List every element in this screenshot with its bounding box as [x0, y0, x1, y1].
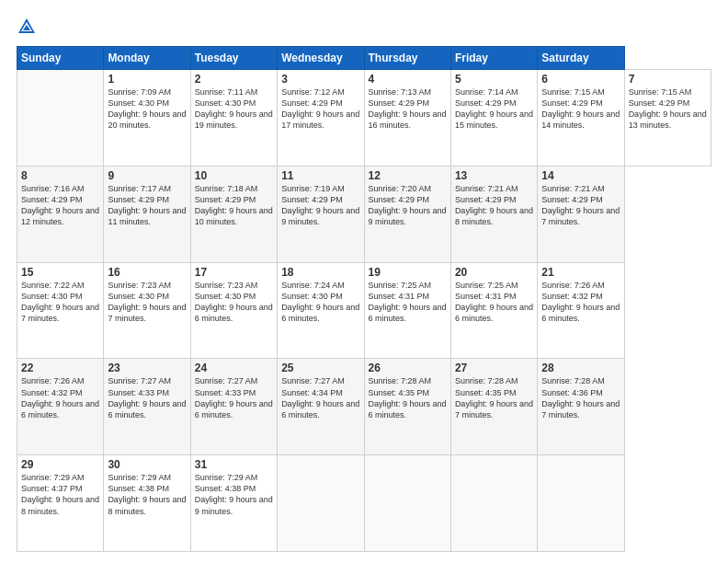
calendar-table: SundayMondayTuesdayWednesdayThursdayFrid…: [17, 46, 711, 552]
calendar-page: SundayMondayTuesdayWednesdayThursdayFrid…: [0, 0, 728, 563]
day-number: 15: [21, 266, 99, 279]
table-row: 1Sunrise: 7:09 AMSunset: 4:30 PMDaylight…: [104, 70, 190, 167]
day-content: Sunrise: 7:26 AMSunset: 4:32 PMDaylight:…: [21, 375, 99, 420]
day-content: Sunrise: 7:22 AMSunset: 4:30 PMDaylight:…: [21, 280, 99, 325]
table-row: 21Sunrise: 7:26 AMSunset: 4:32 PMDayligh…: [538, 262, 624, 359]
table-row: 30Sunrise: 7:29 AMSunset: 4:38 PMDayligh…: [104, 455, 190, 552]
table-row: 4Sunrise: 7:13 AMSunset: 4:29 PMDaylight…: [364, 70, 450, 167]
day-number: 24: [195, 362, 273, 374]
day-content: Sunrise: 7:16 AMSunset: 4:29 PMDaylight:…: [21, 183, 99, 228]
day-content: Sunrise: 7:20 AMSunset: 4:29 PMDaylight:…: [369, 183, 447, 228]
day-content: Sunrise: 7:15 AMSunset: 4:29 PMDaylight:…: [629, 86, 707, 132]
table-row: 27Sunrise: 7:28 AMSunset: 4:35 PMDayligh…: [450, 359, 537, 455]
day-content: Sunrise: 7:12 AMSunset: 4:29 PMDaylight:…: [281, 86, 359, 132]
empty-cell: [17, 70, 104, 167]
day-number: 1: [108, 73, 186, 86]
day-content: Sunrise: 7:29 AMSunset: 4:38 PMDaylight:…: [195, 472, 273, 517]
day-content: Sunrise: 7:18 AMSunset: 4:29 PMDaylight:…: [195, 183, 273, 228]
table-row: 28Sunrise: 7:28 AMSunset: 4:36 PMDayligh…: [538, 359, 624, 455]
day-number: 25: [281, 362, 359, 374]
day-number: 26: [369, 362, 447, 374]
day-content: Sunrise: 7:13 AMSunset: 4:29 PMDaylight:…: [369, 86, 447, 132]
day-number: 27: [455, 362, 533, 374]
table-row: 5Sunrise: 7:14 AMSunset: 4:29 PMDaylight…: [450, 70, 537, 167]
table-row: 24Sunrise: 7:27 AMSunset: 4:33 PMDayligh…: [190, 359, 277, 455]
day-number: 8: [21, 169, 99, 182]
table-row: [450, 455, 537, 552]
table-row: 2Sunrise: 7:11 AMSunset: 4:30 PMDaylight…: [190, 70, 277, 167]
column-header-sunday: Sunday: [17, 47, 104, 70]
table-row: [364, 455, 450, 552]
day-content: Sunrise: 7:28 AMSunset: 4:35 PMDaylight:…: [369, 375, 447, 420]
day-number: 14: [541, 169, 620, 182]
day-content: Sunrise: 7:27 AMSunset: 4:33 PMDaylight:…: [108, 375, 186, 420]
table-row: 18Sunrise: 7:24 AMSunset: 4:30 PMDayligh…: [278, 262, 364, 359]
day-number: 31: [195, 458, 273, 471]
day-number: 17: [195, 266, 273, 279]
day-number: 18: [281, 266, 359, 279]
day-content: Sunrise: 7:29 AMSunset: 4:38 PMDaylight:…: [108, 472, 186, 517]
day-number: 19: [369, 266, 447, 279]
day-number: 16: [108, 266, 186, 279]
day-content: Sunrise: 7:21 AMSunset: 4:29 PMDaylight:…: [541, 183, 620, 228]
day-number: 5: [455, 73, 533, 86]
column-header-monday: Monday: [104, 47, 190, 70]
column-header-thursday: Thursday: [364, 47, 450, 70]
table-row: [278, 455, 364, 552]
day-content: Sunrise: 7:15 AMSunset: 4:29 PMDaylight:…: [541, 86, 620, 132]
day-content: Sunrise: 7:27 AMSunset: 4:34 PMDaylight:…: [281, 375, 359, 420]
day-content: Sunrise: 7:25 AMSunset: 4:31 PMDaylight:…: [455, 280, 533, 325]
table-row: 23Sunrise: 7:27 AMSunset: 4:33 PMDayligh…: [104, 359, 190, 455]
day-content: Sunrise: 7:09 AMSunset: 4:30 PMDaylight:…: [108, 86, 186, 132]
table-row: 12Sunrise: 7:20 AMSunset: 4:29 PMDayligh…: [364, 166, 450, 262]
day-number: 29: [21, 458, 99, 471]
day-number: 12: [369, 169, 447, 182]
table-row: 29Sunrise: 7:29 AMSunset: 4:37 PMDayligh…: [17, 455, 104, 552]
day-number: 20: [455, 266, 533, 279]
day-number: 28: [541, 362, 620, 374]
day-content: Sunrise: 7:11 AMSunset: 4:30 PMDaylight:…: [195, 86, 273, 132]
table-row: 10Sunrise: 7:18 AMSunset: 4:29 PMDayligh…: [190, 166, 277, 262]
table-row: 15Sunrise: 7:22 AMSunset: 4:30 PMDayligh…: [17, 262, 104, 359]
logo: [17, 17, 39, 37]
day-number: 7: [629, 73, 707, 86]
column-header-friday: Friday: [450, 47, 537, 70]
day-number: 11: [281, 169, 359, 182]
day-number: 6: [541, 73, 620, 86]
column-header-wednesday: Wednesday: [278, 47, 364, 70]
day-number: 2: [195, 73, 273, 86]
day-content: Sunrise: 7:17 AMSunset: 4:29 PMDaylight:…: [108, 183, 186, 228]
day-content: Sunrise: 7:23 AMSunset: 4:30 PMDaylight:…: [108, 280, 186, 325]
day-number: 30: [108, 458, 186, 471]
header: [17, 17, 711, 37]
table-row: 11Sunrise: 7:19 AMSunset: 4:29 PMDayligh…: [278, 166, 364, 262]
table-row: 8Sunrise: 7:16 AMSunset: 4:29 PMDaylight…: [17, 166, 104, 262]
table-row: 26Sunrise: 7:28 AMSunset: 4:35 PMDayligh…: [364, 359, 450, 455]
table-row: 7Sunrise: 7:15 AMSunset: 4:29 PMDaylight…: [624, 70, 711, 167]
table-row: 20Sunrise: 7:25 AMSunset: 4:31 PMDayligh…: [450, 262, 537, 359]
day-content: Sunrise: 7:24 AMSunset: 4:30 PMDaylight:…: [281, 280, 359, 325]
table-row: 19Sunrise: 7:25 AMSunset: 4:31 PMDayligh…: [364, 262, 450, 359]
day-number: 4: [369, 73, 447, 86]
day-content: Sunrise: 7:21 AMSunset: 4:29 PMDaylight:…: [455, 183, 533, 228]
table-row: 25Sunrise: 7:27 AMSunset: 4:34 PMDayligh…: [278, 359, 364, 455]
day-content: Sunrise: 7:14 AMSunset: 4:29 PMDaylight:…: [455, 86, 533, 132]
day-number: 21: [541, 266, 620, 279]
table-row: [538, 455, 624, 552]
table-row: 16Sunrise: 7:23 AMSunset: 4:30 PMDayligh…: [104, 262, 190, 359]
day-number: 9: [108, 169, 186, 182]
day-content: Sunrise: 7:19 AMSunset: 4:29 PMDaylight:…: [281, 183, 359, 228]
table-row: 14Sunrise: 7:21 AMSunset: 4:29 PMDayligh…: [538, 166, 624, 262]
day-content: Sunrise: 7:28 AMSunset: 4:35 PMDaylight:…: [455, 375, 533, 420]
column-header-saturday: Saturday: [538, 47, 624, 70]
day-content: Sunrise: 7:23 AMSunset: 4:30 PMDaylight:…: [195, 280, 273, 325]
day-number: 13: [455, 169, 533, 182]
column-header-tuesday: Tuesday: [190, 47, 277, 70]
day-number: 3: [281, 73, 359, 86]
day-content: Sunrise: 7:28 AMSunset: 4:36 PMDaylight:…: [541, 375, 620, 420]
day-number: 10: [195, 169, 273, 182]
table-row: 3Sunrise: 7:12 AMSunset: 4:29 PMDaylight…: [278, 70, 364, 167]
logo-icon: [17, 17, 37, 37]
day-number: 22: [21, 362, 99, 374]
day-content: Sunrise: 7:29 AMSunset: 4:37 PMDaylight:…: [21, 472, 99, 517]
